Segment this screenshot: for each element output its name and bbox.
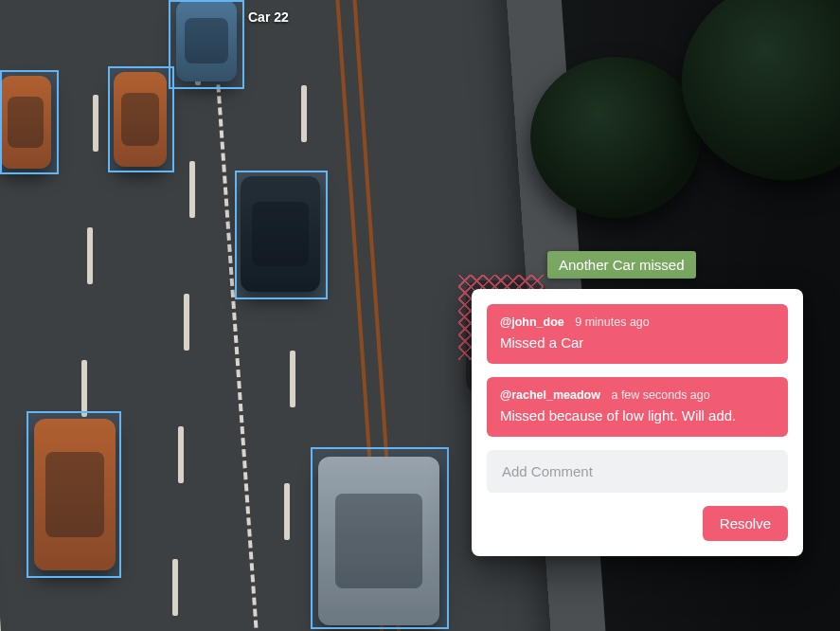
- comment: @rachel_meadow a few seconds ago Missed …: [487, 377, 788, 437]
- car: [176, 0, 237, 81]
- comment-meta: @john_doe 9 minutes ago: [500, 316, 775, 329]
- comment-body: Missed because of low light. Will add.: [500, 407, 775, 424]
- lane-dash: [301, 85, 307, 142]
- car: [318, 457, 439, 625]
- resolve-button[interactable]: Resolve: [703, 506, 788, 541]
- lane-dash: [284, 483, 290, 540]
- car: [34, 419, 116, 570]
- add-comment-input[interactable]: [487, 450, 788, 493]
- tree: [530, 57, 701, 218]
- car: [114, 72, 167, 167]
- bbox-label: Car 22: [248, 9, 289, 25]
- comment-time: 9 minutes ago: [575, 316, 650, 329]
- lane-dash: [81, 360, 87, 417]
- comment-meta: @rachel_meadow a few seconds ago: [500, 388, 775, 402]
- lane-dash: [93, 95, 98, 152]
- lane-dash: [172, 559, 178, 616]
- car: [241, 176, 320, 292]
- annotation-scene: Car 22 Another Car missed @john_doe 9 mi…: [0, 0, 840, 631]
- panel-actions: Resolve: [487, 506, 788, 541]
- lane-dash: [290, 351, 295, 407]
- comment: @john_doe 9 minutes ago Missed a Car: [487, 304, 788, 364]
- comment-author: @rachel_meadow: [500, 388, 600, 402]
- comment-panel: @john_doe 9 minutes ago Missed a Car @ra…: [472, 289, 803, 556]
- lane-dash: [178, 426, 184, 483]
- issue-tag[interactable]: Another Car missed: [547, 251, 696, 279]
- car: [0, 76, 51, 169]
- comment-body: Missed a Car: [500, 334, 775, 351]
- comment-author: @john_doe: [500, 316, 564, 329]
- lane-dash: [87, 227, 93, 284]
- lane-dash: [184, 294, 189, 351]
- comment-time: a few seconds ago: [611, 388, 709, 402]
- lane-dash: [189, 161, 195, 218]
